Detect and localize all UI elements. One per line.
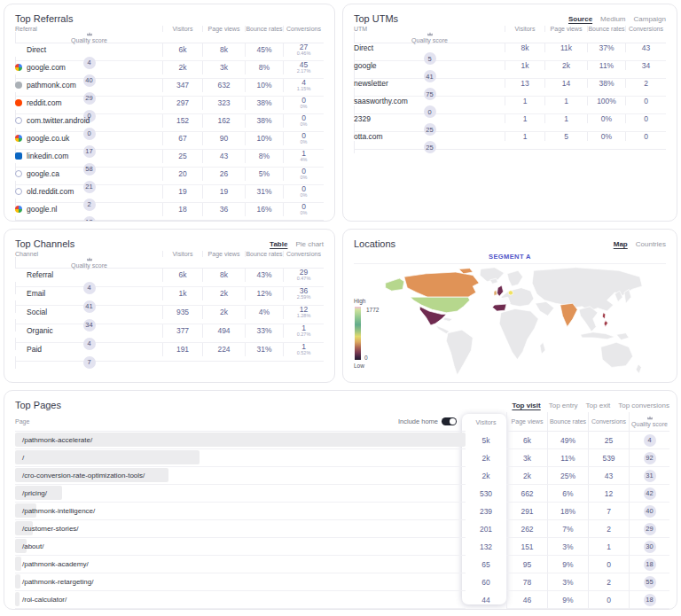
legend-min-value: 0 bbox=[364, 355, 368, 361]
utm-row[interactable]: google 1k 2k 11% 34 41 bbox=[354, 61, 666, 79]
utm-name: newsletter bbox=[354, 79, 388, 88]
referral-row[interactable]: google.ca 20 26 5% 00% 21 bbox=[15, 168, 324, 185]
referral-row[interactable]: com.twitter.android 152 162 38% 00% 0 bbox=[15, 114, 324, 132]
top-utms-title: Top UTMs bbox=[354, 13, 398, 24]
conversions-value: 12 bbox=[588, 485, 629, 503]
utm-row[interactable]: otta.com 1 5 0% 0 25 bbox=[354, 132, 666, 150]
tab-table[interactable]: Table bbox=[270, 240, 287, 248]
page-path: /customer-stories/ bbox=[15, 525, 79, 533]
utm-row[interactable]: 2329 1 1 0% 0 25 bbox=[354, 114, 666, 132]
page-views-value: 78 bbox=[506, 573, 547, 591]
page-row[interactable]: / 2k 3k 11% 539 92 bbox=[15, 449, 669, 467]
tab-countries[interactable]: Countries bbox=[636, 240, 666, 248]
channel-row[interactable]: Paid 191 224 31% 10.52% 7 bbox=[15, 343, 324, 362]
col-visitors: Visitors bbox=[466, 419, 506, 425]
include-home-label: Include home bbox=[398, 417, 438, 425]
country-philippines-south bbox=[604, 321, 607, 327]
page-row[interactable]: /pathmonk-academy/ 65 95 9% 0 18 bbox=[15, 556, 669, 573]
quality-score-icon bbox=[86, 257, 93, 261]
dashboard: Top Referrals Referral Visitors Page vie… bbox=[0, 0, 681, 610]
page-row[interactable]: /pricing/ 530 662 6% 12 42 bbox=[15, 485, 669, 503]
referral-row[interactable]: old.reddit.com 19 19 31% 00% 2 bbox=[15, 185, 324, 203]
page-views-value: 46 bbox=[506, 591, 547, 609]
page-row[interactable]: /pathmonk-retargeting/ 60 78 3% 2 55 bbox=[15, 573, 669, 591]
referral-row[interactable]: google.co.uk 67 90 10% 00% 17 bbox=[15, 132, 324, 150]
tab-top-entry[interactable]: Top entry bbox=[549, 402, 578, 409]
conversions-pct: 4% bbox=[301, 158, 308, 163]
locations-title: Locations bbox=[354, 238, 395, 249]
region-indonesia bbox=[581, 332, 615, 339]
utm-row[interactable]: saasworthy.com 1 1 100% 0 0 bbox=[354, 97, 666, 114]
quality-score-cell: 29 bbox=[629, 520, 669, 538]
visitors-value: 297 bbox=[162, 97, 202, 110]
country-japan bbox=[624, 289, 631, 303]
utm-name: Direct bbox=[354, 43, 373, 52]
country-australia bbox=[601, 342, 633, 367]
bounce-rate-value: 4% bbox=[245, 306, 283, 319]
conversions-pct: 1.28% bbox=[297, 314, 311, 319]
referral-row[interactable]: pathmonk.com 347 632 10% 41.15% 29 bbox=[15, 79, 324, 97]
bounce-rate-value: 9% bbox=[547, 556, 588, 573]
top-utms-panel: Top UTMs Source Medium Campaign UTM Visi… bbox=[342, 4, 677, 222]
bounce-rate-value: 25% bbox=[547, 467, 588, 485]
page-views-value: 90 bbox=[202, 132, 245, 145]
quality-score-cell: 92 bbox=[629, 449, 669, 467]
top-channels-panel: Top Channels Table Pie chart Channel Vis… bbox=[4, 229, 335, 383]
tab-top-conversions[interactable]: Top conversions bbox=[618, 402, 669, 409]
col-bounce-rates: Bounce rates bbox=[547, 412, 588, 432]
bounce-rate-value: 0% bbox=[587, 132, 625, 141]
region-scandinavia bbox=[507, 270, 523, 286]
conversions-pct: 0% bbox=[301, 122, 308, 128]
conversions-value: 43 bbox=[625, 43, 666, 52]
world-map[interactable] bbox=[380, 266, 646, 383]
col-visitors: Visitors bbox=[162, 251, 202, 257]
referral-row[interactable]: google.nl 18 36 16% 00% 13 bbox=[15, 203, 324, 221]
bounce-rate-value: 38% bbox=[587, 79, 625, 88]
country-india bbox=[560, 303, 577, 326]
tab-top-exit[interactable]: Top exit bbox=[586, 402, 611, 409]
tab-map[interactable]: Map bbox=[614, 240, 628, 248]
page-row[interactable]: /about/ 132 151 3% 1 30 bbox=[15, 538, 669, 556]
referral-row[interactable]: linkedin.com 25 43 8% 14% 58 bbox=[15, 150, 324, 168]
tab-campaign[interactable]: Campaign bbox=[634, 15, 666, 23]
tab-pie-chart[interactable]: Pie chart bbox=[295, 240, 324, 248]
tab-medium[interactable]: Medium bbox=[600, 15, 625, 23]
channel-row[interactable]: Referral 6k 8k 43% 290.47% 4 bbox=[15, 269, 324, 287]
quality-score-cell: 31 bbox=[629, 467, 669, 485]
utm-row[interactable]: Direct 8k 11k 37% 43 5 bbox=[354, 43, 666, 61]
tab-source[interactable]: Source bbox=[568, 15, 592, 23]
page-views-value: 2k bbox=[544, 61, 587, 70]
channel-name: Organic bbox=[27, 326, 53, 335]
include-home-toggle[interactable] bbox=[442, 417, 457, 425]
globe-icon bbox=[15, 170, 22, 177]
tab-top-visit[interactable]: Top visit bbox=[512, 402, 540, 409]
channel-row[interactable]: Email 1k 2k 12% 362.59% 41 bbox=[15, 287, 324, 306]
col-referral: Referral bbox=[15, 26, 162, 32]
page-row[interactable]: /roi-calculator/ 44 46 9% 0 18 bbox=[15, 591, 669, 609]
region-south-america bbox=[446, 330, 473, 375]
page-row[interactable]: /pathmonk-accelerate/ 5k 6k 49% 25 4 bbox=[15, 432, 669, 449]
page-row[interactable]: /cro-conversion-rate-optimization-tools/… bbox=[15, 467, 669, 485]
page-views-value: 1 bbox=[544, 97, 587, 105]
referral-row[interactable]: Direct 6k 8k 45% 270.46% 4 bbox=[15, 43, 324, 61]
referral-row[interactable]: google.com 2k 3k 8% 452.17% 40 bbox=[15, 61, 324, 79]
utm-row[interactable]: newsletter 13 14 38% 2 75 bbox=[354, 79, 666, 97]
page-path: /pathmonk-accelerate/ bbox=[15, 436, 92, 444]
quality-score-icon bbox=[646, 416, 654, 420]
channel-row[interactable]: Social 935 2k 4% 121.28% 34 bbox=[15, 306, 324, 324]
visitors-value: 191 bbox=[162, 343, 202, 356]
page-views-value: 262 bbox=[506, 520, 547, 538]
bounce-rate-value: 33% bbox=[245, 324, 283, 338]
quality-score-icon bbox=[427, 32, 434, 36]
page-row[interactable]: /customer-stories/ 201 262 7% 2 29 bbox=[15, 520, 669, 538]
page-views-value: 43 bbox=[202, 150, 245, 163]
conversions-value: 2 bbox=[588, 520, 629, 538]
channel-row[interactable]: Organic 377 494 33% 10.27% 4 bbox=[15, 324, 324, 343]
page-path: /about/ bbox=[15, 542, 43, 550]
conversions-value: 0 bbox=[625, 132, 666, 141]
referral-row[interactable]: reddit.com 297 323 38% 00% 0 bbox=[15, 97, 324, 114]
quality-score-cell: 42 bbox=[629, 485, 669, 503]
quality-score-badge: 18 bbox=[644, 558, 656, 571]
page-row[interactable]: /pathmonk-intelligence/ 239 291 18% 7 40 bbox=[15, 503, 669, 520]
google-icon bbox=[15, 135, 22, 142]
